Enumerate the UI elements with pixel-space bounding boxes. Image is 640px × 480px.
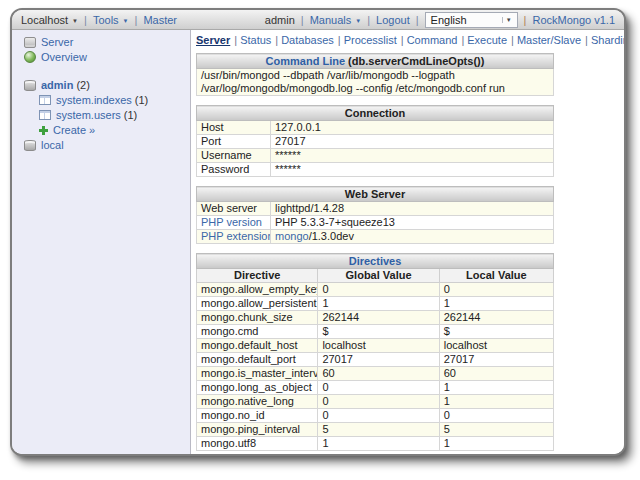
- table-row: PHP extension mongo/1.3.0dev: [197, 230, 554, 244]
- row-value: 5: [318, 423, 439, 437]
- row-value: 1: [439, 395, 553, 409]
- command-line-table: Command Line (db.serverCmdLineOpts()) /u…: [196, 53, 554, 96]
- row-value: 60: [439, 367, 553, 381]
- row-value: 127.0.0.1: [271, 121, 554, 135]
- master-link[interactable]: Master: [143, 14, 177, 26]
- row-value: $: [318, 325, 439, 339]
- tab-sharding[interactable]: Sharding: [581, 34, 624, 46]
- table-row: Host127.0.0.1: [197, 121, 554, 135]
- section-header-cell: Directives: [197, 254, 554, 269]
- row-value: 1: [439, 381, 553, 395]
- language-select[interactable]: English ▼: [425, 12, 518, 28]
- mongo-driver-link[interactable]: mongo: [275, 230, 309, 242]
- row-value: 1: [439, 437, 553, 451]
- sidebar-item-label: local: [41, 138, 64, 152]
- table-row: mongo.utf811: [197, 437, 554, 451]
- sidebar-item-label: Overview: [41, 50, 87, 64]
- table-row: /usr/bin/mongod --dbpath /var/lib/mongod…: [197, 69, 554, 96]
- sidebar-item-label: system.users: [56, 108, 121, 122]
- row-label: mongo.utf8: [197, 437, 318, 451]
- window-body: Server Overview admin (2) system.indexes…: [12, 30, 624, 454]
- row-value: 5: [439, 423, 553, 437]
- row-label: Web server: [197, 202, 271, 216]
- sidebar-item-system-users[interactable]: system.users (1): [39, 108, 190, 122]
- database-icon: [24, 140, 36, 151]
- tab-execute[interactable]: Execute: [457, 34, 507, 46]
- sidebar-item-label: Server: [41, 35, 73, 49]
- tab-bar: ServerStatusDatabasesProcesslistCommandE…: [196, 34, 624, 46]
- globe-icon: [24, 51, 36, 63]
- row-value: $: [439, 325, 553, 339]
- table-row: mongo.is_master_interval6060: [197, 367, 554, 381]
- tab-command[interactable]: Command: [397, 34, 458, 46]
- row-label: Port: [197, 135, 271, 149]
- column-header-row: Directive Global Value Local Value: [197, 269, 554, 283]
- sidebar-item-db-admin[interactable]: admin (2): [24, 78, 190, 92]
- tab-server[interactable]: Server: [196, 34, 230, 46]
- sidebar-item-overview[interactable]: Overview: [24, 50, 190, 64]
- tools-menu[interactable]: Tools: [93, 14, 129, 26]
- table-icon: [39, 95, 51, 105]
- command-line-title-link[interactable]: Command Line: [266, 55, 345, 67]
- sidebar-item-db-local[interactable]: local: [24, 138, 190, 152]
- tab-processlist[interactable]: Processlist: [334, 34, 397, 46]
- table-row: PHP version PHP 5.3.3-7+squeeze13: [197, 216, 554, 230]
- row-value: 0: [318, 409, 439, 423]
- row-value: 27017: [318, 353, 439, 367]
- chevron-down-icon: ▼: [502, 17, 515, 23]
- column-header: Global Value: [318, 269, 439, 283]
- sidebar-spacer: [24, 65, 190, 77]
- row-label: mongo.default_port: [197, 353, 318, 367]
- directives-title-link[interactable]: Directives: [349, 255, 402, 267]
- section-header: Connection: [197, 106, 554, 121]
- collection-count: (2): [76, 78, 89, 92]
- row-value: 1: [318, 437, 439, 451]
- row-label: mongo.chunk_size: [197, 311, 318, 325]
- row-label: mongo.allow_persistent: [197, 297, 318, 311]
- column-header: Directive: [197, 269, 318, 283]
- tab-status[interactable]: Status: [230, 34, 271, 46]
- table-icon: [39, 110, 51, 120]
- row-label: PHP version: [197, 216, 271, 230]
- sidebar-item-system-indexes[interactable]: system.indexes (1): [39, 93, 190, 107]
- row-value: lighttpd/1.4.28: [271, 202, 554, 216]
- table-row: Port27017: [197, 135, 554, 149]
- record-count: (1): [135, 93, 148, 107]
- table-row: mongo.native_long01: [197, 395, 554, 409]
- row-value: 1: [439, 297, 553, 311]
- tab-databases[interactable]: Databases: [271, 34, 333, 46]
- row-value: 27017: [439, 353, 553, 367]
- manuals-menu[interactable]: Manuals: [310, 14, 362, 26]
- row-label: mongo.native_long: [197, 395, 318, 409]
- sidebar-item-create-collection[interactable]: Create »: [39, 123, 190, 137]
- row-value: 0: [439, 283, 553, 297]
- sidebar-db-admin-children: system.indexes (1) system.users (1) Crea…: [24, 93, 190, 137]
- section-header: Web Server: [197, 187, 554, 202]
- rockmongo-brand-link[interactable]: RockMongo v1.1: [532, 14, 615, 26]
- server-host-menu[interactable]: Localhost: [21, 14, 78, 26]
- row-label: Host: [197, 121, 271, 135]
- row-value: localhost: [439, 339, 553, 353]
- section-header: Command Line (db.serverCmdLineOpts()): [197, 54, 554, 69]
- connection-table: Connection Host127.0.0.1Port27017Usernam…: [196, 105, 554, 177]
- current-username: admin: [265, 14, 295, 26]
- sidebar-item-server[interactable]: Server: [24, 35, 190, 49]
- command-line-title-rest: (db.serverCmdLineOpts()): [345, 55, 484, 67]
- row-value: 0: [318, 395, 439, 409]
- row-value: 0: [318, 283, 439, 297]
- column-header: Local Value: [439, 269, 553, 283]
- main-content: ServerStatusDatabasesProcesslistCommandE…: [191, 30, 624, 454]
- section-header-cell: Command Line (db.serverCmdLineOpts()): [197, 54, 554, 69]
- row-value: 1: [318, 297, 439, 311]
- php-extension-link[interactable]: PHP extension: [201, 230, 271, 242]
- table-row: mongo.default_port2701727017: [197, 353, 554, 367]
- row-value: localhost: [318, 339, 439, 353]
- logout-link[interactable]: Logout: [376, 14, 410, 26]
- table-row: Username******: [197, 149, 554, 163]
- row-value: 262144: [318, 311, 439, 325]
- row-value: 262144: [439, 311, 553, 325]
- app-window: Localhost Tools Master admin Manuals Log…: [10, 8, 626, 456]
- table-row: mongo.chunk_size262144262144: [197, 311, 554, 325]
- tab-master-slave[interactable]: Master/Slave: [507, 34, 581, 46]
- php-version-link[interactable]: PHP version: [201, 216, 262, 228]
